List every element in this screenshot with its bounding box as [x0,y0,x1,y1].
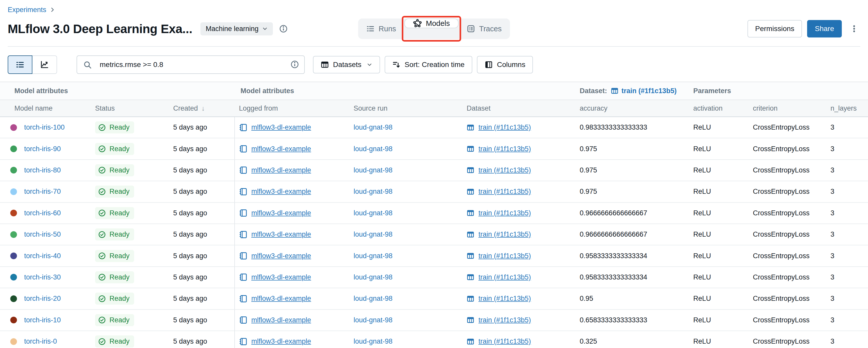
logged-from-link[interactable]: mlflow3-dl-example [239,316,311,324]
model-name-link[interactable]: torch-iris-20 [24,294,61,303]
accuracy-cell: 0.325 [576,331,689,348]
col-header-accuracy[interactable]: accuracy [576,100,689,116]
kebab-menu-icon[interactable] [848,23,860,35]
datasets-button[interactable]: Datasets [313,56,380,73]
col-header-dataset[interactable]: Dataset [463,100,576,116]
n-layers-cell: 3 [826,331,868,348]
n-layers-cell: 3 [826,288,868,309]
source-run-link[interactable]: loud-gnat-98 [353,187,393,196]
dataset-label: train (#1f1c13b5) [478,124,531,131]
logged-from-link[interactable]: mlflow3-dl-example [239,166,311,174]
notebook-icon [239,294,247,303]
criterion-cell: CrossEntropyLoss [749,117,826,138]
accuracy-cell: 0.9666666666666667 [576,203,689,223]
model-name-link[interactable]: torch-iris-30 [24,273,61,281]
chart-view-toggle[interactable] [32,56,57,74]
col-header-created[interactable]: Created ↓ [169,100,235,116]
check-circle-icon [98,231,106,238]
logged-from-label: mlflow3-dl-example [251,231,311,238]
logged-from-link[interactable]: mlflow3-dl-example [239,273,311,281]
source-run-link[interactable]: loud-gnat-98 [353,124,393,131]
model-color-dot [10,338,17,345]
logged-from-link[interactable]: mlflow3-dl-example [239,231,311,239]
col-header-source-run[interactable]: Source run [349,100,463,116]
dataset-link[interactable]: train (#1f1c13b5) [467,124,531,131]
logged-from-link[interactable]: mlflow3-dl-example [239,187,311,196]
traces-list-icon [467,25,475,33]
col-header-criterion[interactable]: criterion [749,100,826,116]
logged-from-link[interactable]: mlflow3-dl-example [239,294,311,303]
breadcrumb-experiments-link[interactable]: Experiments [8,6,46,14]
logged-from-link[interactable]: mlflow3-dl-example [239,252,311,260]
dataset-link[interactable]: train (#1f1c13b5) [467,338,531,345]
list-view-toggle[interactable] [8,56,32,74]
col-header-status[interactable]: Status [91,100,169,116]
source-run-link[interactable]: loud-gnat-98 [353,338,393,345]
source-run-link[interactable]: loud-gnat-98 [353,316,393,324]
created-cell: 5 days ago [169,224,235,245]
dataset-link[interactable]: train (#1f1c13b5) [467,145,531,153]
col-header-logged-from[interactable]: Logged from [235,100,349,116]
model-name-link[interactable]: torch-iris-10 [24,316,61,324]
tab-models[interactable]: Models [404,19,459,28]
model-name-link[interactable]: torch-iris-100 [24,124,65,131]
activation-cell: ReLU [689,288,749,309]
created-cell: 5 days ago [169,117,235,138]
model-name-link[interactable]: torch-iris-80 [24,166,61,174]
logged-from-link[interactable]: mlflow3-dl-example [239,338,311,346]
search-input[interactable] [76,56,305,74]
model-name-link[interactable]: torch-iris-60 [24,209,61,217]
table-icon [467,166,474,174]
tab-runs[interactable]: Runs [358,19,404,39]
dataset-link[interactable]: train (#1f1c13b5) [467,231,531,238]
accuracy-cell: 0.975 [576,181,689,202]
dataset-link[interactable]: train (#1f1c13b5) [467,252,531,260]
criterion-cell: CrossEntropyLoss [749,331,826,348]
status-label: Ready [110,145,129,153]
experiment-info-icon[interactable] [279,24,288,33]
model-name-link[interactable]: torch-iris-0 [24,338,57,345]
tab-traces[interactable]: Traces [459,19,510,39]
source-run-link[interactable]: loud-gnat-98 [353,294,393,303]
dataset-link[interactable]: train (#1f1c13b5) [467,316,531,324]
experiment-type-dropdown[interactable]: Machine learning [200,22,273,35]
columns-button[interactable]: Columns [477,56,533,73]
created-cell: 5 days ago [169,181,235,202]
sort-button[interactable]: Sort: Creation time [385,56,472,73]
model-color-dot [10,145,17,152]
share-button[interactable]: Share [807,20,842,37]
dataset-link[interactable]: train (#1f1c13b5) [467,273,531,281]
accuracy-cell: 0.975 [576,138,689,159]
model-name-link[interactable]: torch-iris-90 [24,145,61,153]
permissions-button[interactable]: Permissions [747,20,802,37]
source-run-link[interactable]: loud-gnat-98 [353,145,393,153]
source-run-link[interactable]: loud-gnat-98 [353,166,393,174]
group-dataset-link[interactable]: train (#1f1c13b5) [611,87,677,95]
n-layers-cell: 3 [826,224,868,245]
dataset-link[interactable]: train (#1f1c13b5) [467,166,531,174]
source-run-link[interactable]: loud-gnat-98 [353,231,393,238]
notebook-icon [239,273,247,281]
logged-from-link[interactable]: mlflow3-dl-example [239,145,311,153]
columns-icon [485,61,493,69]
logged-from-link[interactable]: mlflow3-dl-example [239,209,311,217]
model-name-link[interactable]: torch-iris-40 [24,252,61,260]
model-name-link[interactable]: torch-iris-50 [24,231,61,238]
source-run-link[interactable]: loud-gnat-98 [353,252,393,260]
source-run-link[interactable]: loud-gnat-98 [353,209,393,217]
table-row: torch-iris-70 Ready 5 days ago mlflow3-d… [0,181,868,203]
col-header-model-name[interactable]: Model name [0,100,91,116]
dataset-link[interactable]: train (#1f1c13b5) [467,187,531,196]
check-circle-icon [98,209,106,217]
model-name-link[interactable]: torch-iris-70 [24,187,61,196]
dataset-link[interactable]: train (#1f1c13b5) [467,209,531,217]
model-color-dot [10,231,17,238]
dataset-link[interactable]: train (#1f1c13b5) [467,294,531,303]
col-header-n-layers[interactable]: n_layers [826,100,868,116]
source-run-link[interactable]: loud-gnat-98 [353,273,393,281]
activation-cell: ReLU [689,138,749,159]
col-header-activation[interactable]: activation [689,100,749,116]
logged-from-link[interactable]: mlflow3-dl-example [239,124,311,132]
search-info-icon[interactable] [290,60,299,69]
status-badge: Ready [95,250,134,262]
